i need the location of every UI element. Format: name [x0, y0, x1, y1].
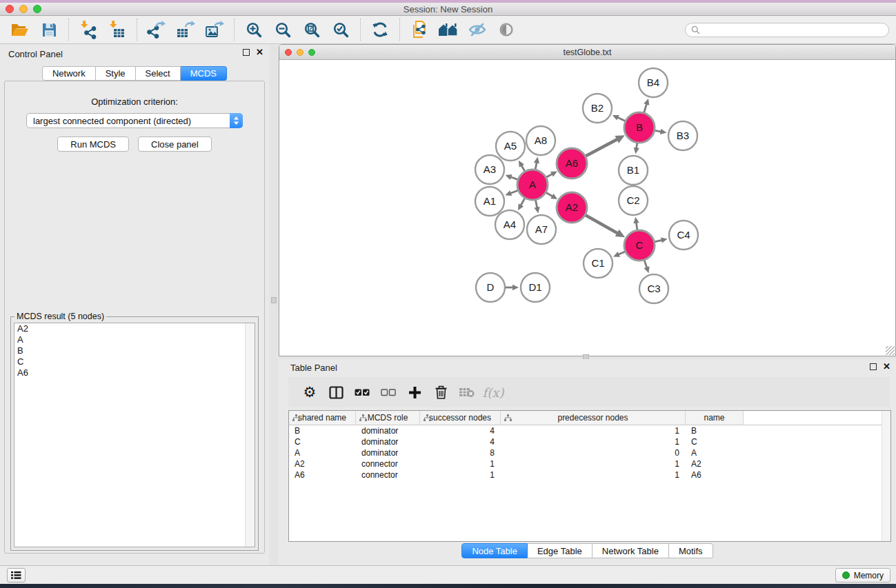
minimize-window-button[interactable]: [19, 5, 28, 13]
graph-node-B3[interactable]: B3: [668, 121, 697, 150]
cell-successor-nodes[interactable]: 8: [420, 448, 501, 458]
graph-node-A[interactable]: A: [517, 170, 548, 200]
graph-node-A1[interactable]: A1: [475, 187, 504, 216]
cell-shared-name[interactable]: A6: [289, 470, 356, 480]
graph-edge-C-C4[interactable]: [654, 240, 661, 242]
graph-edge-B-B2[interactable]: [617, 117, 626, 121]
cell-shared-name[interactable]: C: [289, 437, 356, 447]
graph-node-B1[interactable]: B1: [619, 156, 648, 185]
cell-predecessor-nodes[interactable]: 1: [501, 437, 686, 447]
select-all-icon[interactable]: [349, 379, 375, 405]
cell-MCDS-role[interactable]: dominator: [356, 426, 420, 436]
save-session-button[interactable]: [34, 17, 63, 42]
cell-name[interactable]: B: [686, 426, 744, 436]
graph-edge-A-A8[interactable]: [535, 162, 537, 170]
graph-node-A8[interactable]: A8: [526, 126, 555, 155]
graph-node-A3[interactable]: A3: [475, 155, 504, 184]
tab-node-table[interactable]: Node Table: [461, 543, 528, 558]
graph-node-D1[interactable]: D1: [521, 273, 550, 302]
network-canvas[interactable]: B4B2BB3A8A5A6A3B1AA1C2A2A4A7C4CC1C3DD1: [279, 60, 895, 356]
export-network-button[interactable]: [142, 17, 171, 42]
graph-node-C4[interactable]: C4: [669, 221, 698, 250]
graph-edge-A6-B[interactable]: [585, 139, 617, 156]
cell-successor-nodes[interactable]: 1: [420, 470, 501, 480]
graph-edge-B-B3[interactable]: [655, 130, 661, 132]
delete-row-icon[interactable]: [428, 379, 454, 405]
deselect-all-icon[interactable]: [375, 379, 401, 405]
graph-edge-A2-C[interactable]: [585, 215, 617, 234]
cell-successor-nodes[interactable]: 4: [420, 426, 501, 436]
import-network-button[interactable]: [74, 17, 103, 42]
float-table-panel-icon[interactable]: [870, 363, 877, 370]
graph-node-C2[interactable]: C2: [619, 186, 648, 215]
graph-edge-A-A1[interactable]: [510, 190, 519, 194]
cell-MCDS-role[interactable]: connector: [356, 470, 420, 480]
table-row[interactable]: Adominator80A: [289, 447, 890, 458]
cell-predecessor-nodes[interactable]: 1: [501, 426, 686, 436]
refresh-layout-button[interactable]: [366, 17, 395, 42]
add-row-icon[interactable]: [401, 379, 428, 405]
graph-edge-C-C3[interactable]: [644, 260, 647, 268]
result-item[interactable]: C: [14, 356, 255, 367]
cell-predecessor-nodes[interactable]: 0: [501, 448, 686, 458]
cell-name[interactable]: A2: [686, 459, 744, 469]
tab-mcds[interactable]: MCDS: [181, 66, 227, 81]
table-row[interactable]: A6connector11A6: [289, 469, 890, 480]
close-window-button[interactable]: [6, 5, 14, 13]
graph-edge-C-C2[interactable]: [636, 223, 637, 231]
criterion-select[interactable]: largest connected component (directed): [26, 113, 243, 128]
table-row[interactable]: Cdominator41C: [289, 436, 890, 447]
session-titlebar[interactable]: Session: New Session: [0, 3, 896, 16]
show-all-button[interactable]: [492, 17, 521, 42]
graph-node-C[interactable]: C: [624, 230, 655, 261]
result-scrollbar[interactable]: [245, 323, 255, 547]
graph-node-A4[interactable]: A4: [495, 210, 524, 239]
zoom-out-button[interactable]: [268, 17, 297, 42]
table-row[interactable]: A2connector11A2: [289, 458, 890, 469]
tab-style[interactable]: Style: [96, 66, 136, 81]
import-table-button[interactable]: [103, 17, 132, 42]
graph-node-B[interactable]: B: [624, 112, 655, 143]
graph-node-A2[interactable]: A2: [557, 192, 587, 223]
network-window-titlebar[interactable]: testGlobe.txt: [279, 45, 895, 60]
zoom-in-button[interactable]: [239, 17, 268, 42]
zoom-fit-button[interactable]: [297, 17, 326, 42]
cell-successor-nodes[interactable]: 4: [420, 437, 501, 447]
vertical-split-divider[interactable]: [269, 45, 279, 565]
cell-shared-name[interactable]: A2: [289, 459, 356, 469]
column-header-successor-nodes[interactable]: successor nodes: [420, 411, 501, 425]
tab-select[interactable]: Select: [136, 66, 181, 81]
result-item[interactable]: A: [14, 334, 255, 345]
graph-node-D[interactable]: D: [476, 273, 505, 302]
graph-node-A5[interactable]: A5: [496, 132, 525, 161]
cell-MCDS-role[interactable]: dominator: [356, 448, 420, 458]
clone-network-button[interactable]: [405, 17, 434, 42]
tab-network-table[interactable]: Network Table: [593, 543, 669, 558]
close-table-panel-icon[interactable]: ✕: [883, 363, 890, 370]
cell-name[interactable]: A6: [686, 470, 744, 480]
memory-button[interactable]: Memory: [835, 568, 890, 582]
result-item[interactable]: A6: [14, 367, 255, 378]
cell-shared-name[interactable]: B: [289, 426, 356, 436]
run-mcds-button[interactable]: Run MCDS: [57, 136, 129, 152]
graph-edge-A-A4[interactable]: [521, 198, 525, 205]
cell-shared-name[interactable]: A: [289, 448, 356, 458]
search-input[interactable]: [704, 25, 883, 34]
column-header-predecessor-nodes[interactable]: predecessor nodes: [501, 411, 686, 425]
graph-edge-A-A5[interactable]: [521, 165, 525, 172]
export-image-button[interactable]: [200, 17, 229, 42]
graph-edge-C-C1[interactable]: [618, 252, 625, 255]
cell-predecessor-nodes[interactable]: 1: [501, 459, 686, 469]
network-minimize-button[interactable]: [297, 49, 303, 56]
graph-node-B4[interactable]: B4: [639, 68, 668, 97]
cell-name[interactable]: C: [686, 437, 744, 447]
close-panel-button[interactable]: Close panel: [138, 136, 212, 152]
graph-edge-A-A3[interactable]: [510, 177, 518, 180]
result-item[interactable]: A2: [14, 323, 255, 334]
cell-predecessor-nodes[interactable]: 1: [501, 470, 686, 480]
graph-node-C3[interactable]: C3: [639, 274, 668, 303]
cell-MCDS-role[interactable]: connector: [356, 459, 420, 469]
panel-toggle-button[interactable]: [7, 568, 26, 582]
table-scrollbar[interactable]: [882, 411, 890, 541]
column-header-shared-name[interactable]: shared name: [289, 411, 356, 425]
